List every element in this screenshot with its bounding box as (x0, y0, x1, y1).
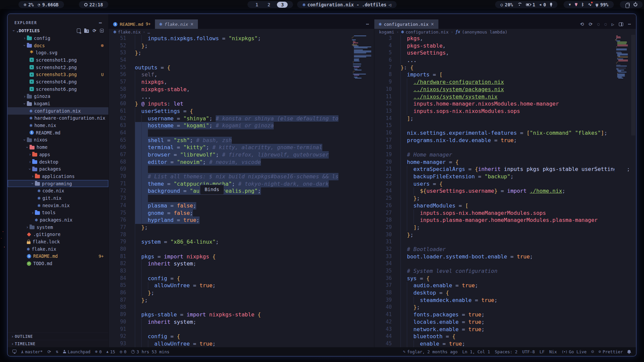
status-item-display[interactable] (12, 350, 16, 354)
code-line[interactable]: 62username = "shinya"; # konsta or shiny… (109, 115, 374, 122)
code-line[interactable]: 51inputs.nixpkgs.follows = "nixpkgs"; (109, 35, 374, 42)
status-item-master-[interactable]: Ymaster* (21, 349, 43, 354)
status-item-go-live[interactable]: (•)Go Live (561, 349, 587, 354)
code-line[interactable]: 85allowUnfree = true; (109, 282, 374, 289)
tree-item-README.md[interactable]: iREADME.md (8, 129, 108, 136)
tree-item-screenshot3.png[interactable]: ▲screenshot3.pngU (8, 71, 108, 78)
connectivity-pill-item[interactable]: ψ99% (596, 2, 608, 7)
workspace-1[interactable]: 1 (253, 2, 261, 7)
panel-outline[interactable]: ›OUTLINE (8, 333, 108, 340)
close-icon[interactable]: × (431, 22, 434, 27)
code-line[interactable]: 13inputs.sops-nix.nixosModules.sops (374, 108, 636, 115)
breadcrumb-item[interactable]: ƒx(anonymous lambda) (455, 29, 507, 35)
code-line[interactable]: 63hostname = "kogami"; # kogami or ginoz… (109, 122, 374, 129)
tree-item-flake.lock[interactable]: flake.lock (8, 238, 108, 245)
code-line[interactable]: 90inherit system; (109, 318, 374, 326)
code-line[interactable]: 25}; (374, 195, 636, 202)
history-icon[interactable]: ⟲ (580, 22, 584, 26)
tree-item-home.nix[interactable]: ❄home.nix (8, 122, 108, 129)
code-line[interactable]: 82inherit system; (109, 260, 374, 267)
connectivity-pill-item[interactable]: ∿ (588, 2, 592, 7)
code-line[interactable]: 5userSettings, (374, 49, 636, 57)
tree-item-.gitignore[interactable]: .gitignore (8, 231, 108, 238)
status-item-3-hrs-53-mins[interactable]: 3 hrs 53 mins (131, 349, 169, 354)
code-line[interactable]: 58nixpkgs-stable, (109, 86, 374, 93)
navback-icon[interactable]: ⟳ (589, 22, 593, 26)
code-line[interactable]: 29]; (374, 224, 636, 231)
tree-item-screenshot4.png[interactable]: ▲screenshot4.png (8, 78, 108, 85)
code-line[interactable]: 35# System level configuration (374, 267, 636, 275)
code-line[interactable]: 39steamdeck.enable = true; (374, 297, 636, 304)
status-item-lf[interactable]: LF (540, 349, 545, 354)
status-item-foglar[interactable]: ✎foglar, 2 months ago (403, 349, 458, 354)
code-line[interactable]: 69 (109, 166, 374, 173)
code-line[interactable]: 56self, (109, 71, 374, 78)
tree-item-README.md[interactable]: iREADME.md9+ (8, 253, 108, 260)
status-item-ln-1[interactable]: Ln 1, Col 1 (462, 349, 490, 354)
status-item-0[interactable]: ⊗0 (95, 349, 102, 354)
code-line[interactable]: 73 (109, 195, 374, 202)
code-line[interactable]: 38desktop = { (374, 289, 636, 297)
code-line[interactable]: 12inputs.home-manager.nixosModules.home-… (374, 100, 636, 108)
code-line[interactable]: 20home-manager = { (374, 159, 636, 166)
tree-item-screenshot1.png[interactable]: ▲screenshot1.png (8, 56, 108, 64)
code-line[interactable]: 3pkgs, (374, 35, 636, 42)
more-icon[interactable]: ⋯ (366, 22, 369, 27)
tab-README.md[interactable]: iREADME.md9+ (109, 19, 155, 29)
code-line[interactable]: 66terminal = "kitty"; # kitty, alacritty… (109, 144, 374, 151)
code-line[interactable]: 68editor = "neovim"; # neovim, vscode (109, 159, 374, 166)
breadcrumb-item[interactable]: kogami (379, 29, 394, 35)
breadcrumb-item[interactable]: ❄flake.nix (113, 29, 141, 35)
status-item-utf-8[interactable]: UTF-8 (522, 349, 535, 354)
code-line[interactable]: 21extraSpecialArgs = {inherit inputs pkg… (374, 166, 636, 173)
status-item-sync[interactable]: ⟳ (47, 350, 51, 354)
breadcrumb-item[interactable]: ❄configuration.nix (401, 29, 448, 35)
tree-item-programming[interactable]: ›programming (8, 180, 108, 187)
circle-icon[interactable]: ○ (597, 22, 600, 26)
code-line[interactable]: 19# Home manager (374, 151, 636, 159)
code-line[interactable]: 8imports = [ (374, 71, 636, 78)
status-item-spaces-2[interactable]: Spaces: 2 (495, 349, 518, 354)
code-line[interactable]: 16nix.settings.experimental-features = [… (374, 129, 636, 137)
code-line[interactable]: 77}; (109, 224, 374, 231)
tree-item-apps[interactable]: ›apps (8, 151, 108, 158)
status-item-prettier[interactable]: ⊘Prettier (599, 349, 623, 354)
code-line[interactable]: 31 (374, 238, 636, 246)
tab-configuration.nix[interactable]: ❄configuration.nix× (374, 19, 438, 29)
code-line[interactable]: 41fonts.packages = true; (374, 311, 636, 318)
code-line[interactable]: 64 (109, 129, 374, 137)
code-line[interactable]: 60} @ inputs: let (109, 100, 374, 108)
code-line[interactable]: 76hyprland = true; (109, 217, 374, 224)
code-line[interactable]: 81pkgs = import nixpkgs { (109, 253, 374, 260)
code-line[interactable]: 80 (109, 246, 374, 253)
code-line[interactable]: 88 (109, 304, 374, 311)
scrollbar[interactable] (631, 35, 635, 135)
code-line[interactable]: 53}; (109, 49, 374, 57)
tree-item-neovim.nix[interactable]: ❄neovim.nix (8, 202, 108, 209)
code-line[interactable]: 83 (109, 267, 374, 275)
tree-item-config[interactable]: ›config (8, 35, 108, 42)
code-line[interactable]: 84config = { (109, 275, 374, 282)
tree-item-kogami[interactable]: ›kogami (8, 100, 108, 107)
code-line[interactable]: 43network.enable = true; (374, 326, 636, 333)
session-controls-pill-item[interactable] (625, 3, 630, 6)
code-line[interactable]: 92config = { (109, 333, 374, 340)
minimap[interactable] (614, 35, 628, 347)
code-line[interactable]: 27inputs.sops-nix.homeManagerModules.sop… (374, 209, 636, 217)
code-line[interactable]: 32# Bootloader (374, 246, 636, 253)
tree-item-packages.nix[interactable]: ❄packages.nix (8, 216, 108, 224)
tree-item-logo.svg[interactable]: *logo.svg (8, 49, 108, 56)
code-line[interactable]: 11../nixos/system/system.nix (374, 93, 636, 101)
code-line[interactable]: 40}; (374, 304, 636, 311)
code-line[interactable]: 26sharedModules = [ (374, 202, 636, 209)
tab-flake.nix[interactable]: ❄flake.nix× (155, 19, 198, 29)
code-line[interactable]: 4pkgs-stable, (374, 42, 636, 50)
code-line[interactable]: 65shell = "zsh"; # bash, zsh (109, 137, 374, 144)
tree-item-desktop[interactable]: ›desktop (8, 158, 108, 166)
tree-item-applications[interactable]: ›applications (8, 173, 108, 180)
code-editor[interactable]: 51inputs.nixpkgs.follows = "nixpkgs";52}… (109, 35, 374, 347)
minimap[interactable] (351, 35, 371, 347)
tree-item-TODO.md[interactable]: ✓TODO.md (8, 260, 108, 267)
tree-item-screenshot6.png[interactable]: ▲screenshot6.png (8, 85, 108, 93)
newfolder-icon[interactable] (84, 29, 89, 33)
